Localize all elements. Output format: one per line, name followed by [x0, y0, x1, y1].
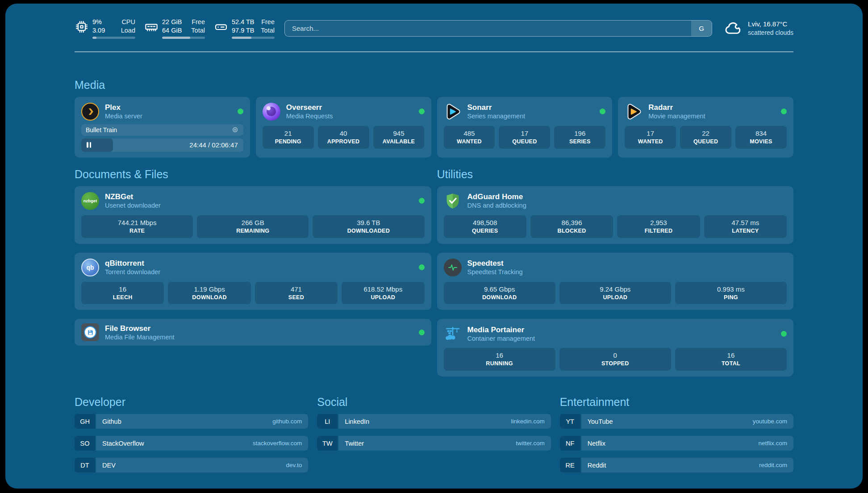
section-title-developer: Developer [75, 395, 308, 409]
overseerr-icon [263, 103, 280, 121]
stat-tile: 834MOVIES [735, 126, 787, 149]
bookmark-domain: dev.to [286, 462, 302, 468]
filebrowser-icon [81, 323, 99, 341]
app-subtitle: Media File Management [105, 333, 175, 341]
stat-value: 618.52 Mbps [343, 284, 422, 294]
now-playing-title: Bullet Train [86, 126, 117, 134]
app-title: Plex [105, 103, 142, 112]
bookmark-domain: linkedin.com [511, 418, 545, 425]
memory-total-row: 64 GiBTotal [162, 26, 205, 35]
card-portainer[interactable]: Media Portainer Container management 16R… [437, 319, 794, 376]
stat-tile: 16RUNNING [444, 348, 555, 371]
topbar: 9%CPU 3.09Load 22 GiBFree 64 GiBTotal [75, 18, 793, 39]
search-engine-button[interactable]: G [691, 21, 712, 36]
bookmark-domain: twitter.com [516, 440, 545, 447]
stat-value: 498,508 [446, 218, 525, 227]
bookmark-domain: github.com [272, 418, 302, 425]
stat-label: PENDING [264, 138, 312, 146]
app-title: Media Portainer [467, 325, 535, 334]
weather-condition: scattered clouds [748, 29, 793, 37]
cpu-progress-bar [92, 37, 135, 39]
bookmark-name: DEV [102, 462, 116, 469]
stat-value: 196 [556, 129, 604, 138]
app-subtitle: Movie management [648, 112, 705, 120]
stat-label: PING [677, 294, 785, 301]
stat-label: APPROVED [320, 138, 367, 146]
app-subtitle: DNS and adblocking [467, 201, 526, 209]
card-sonarr[interactable]: Sonarr Series management 485WANTED 17QUE… [437, 97, 613, 158]
bookmark-domain: youtube.com [753, 418, 787, 425]
stat-label: WANTED [626, 138, 674, 146]
stat-label: DOWNLOAD [446, 294, 554, 301]
stat-value: 0.993 ms [677, 284, 785, 294]
status-dot [781, 331, 787, 337]
stat-label: UPLOAD [561, 294, 669, 301]
search-input[interactable] [285, 21, 691, 36]
stat-value: 471 [257, 284, 336, 294]
bookmark-abbr: SO [75, 436, 95, 451]
playback-progress-fill [81, 138, 113, 152]
bookmark-abbr: LI [317, 414, 338, 429]
disk-free-row: 52.4 TBFree [232, 18, 275, 26]
bookmark-github[interactable]: GH Githubgithub.com [75, 414, 308, 429]
app-subtitle: Speedtest Tracking [467, 268, 523, 276]
app-title: Overseerr [286, 103, 333, 112]
stat-value: 21 [264, 129, 312, 138]
stat-value: 945 [375, 129, 423, 138]
status-dot [419, 198, 425, 204]
bookmark-abbr: YT [560, 414, 580, 429]
stat-tile: 485WANTED [444, 126, 495, 149]
card-nzbget[interactable]: nzbget NZBGet Usenet downloader 744.21 M… [75, 186, 431, 244]
stat-tile: 47.57 msLATENCY [704, 215, 787, 238]
stat-value: 744.21 Mbps [83, 218, 191, 227]
stat-label: DOWNLOAD [170, 294, 249, 301]
stat-label: LATENCY [706, 227, 785, 235]
stat-tile: 2,953FILTERED [617, 215, 700, 238]
stat-tile: 498,508QUERIES [444, 215, 526, 238]
bookmark-name: Github [102, 418, 121, 425]
stat-tile: 744.21 MbpsRATE [81, 215, 193, 238]
stat-tile: 0STOPPED [559, 348, 671, 371]
stat-label: REMAINING [199, 227, 307, 235]
memory-free-value: 22 GiB [162, 18, 182, 26]
bookmark-domain: stackoverflow.com [253, 440, 302, 447]
card-speedtest[interactable]: Speedtest Speedtest Tracking 9.65 GbpsDO… [437, 253, 794, 310]
card-plex[interactable]: Plex Media server Bullet Train 24:44 / 0… [75, 97, 250, 158]
sonarr-icon [444, 103, 462, 121]
bookmark-reddit[interactable]: RE Redditreddit.com [560, 458, 793, 472]
app-title: Sonarr [467, 103, 526, 112]
stat-label: UPLOAD [343, 294, 422, 301]
stat-value: 17 [501, 129, 548, 138]
card-adguard[interactable]: AdGuard Home DNS and adblocking 498,508Q… [437, 186, 794, 244]
memory-free-row: 22 GiBFree [162, 18, 205, 26]
bookmark-dev[interactable]: DT DEVdev.to [75, 458, 308, 472]
card-radarr[interactable]: Radarr Movie management 17WANTED 22QUEUE… [618, 97, 793, 158]
radarr-icon [625, 103, 643, 121]
status-dot [781, 109, 787, 114]
bookmark-netflix[interactable]: NF Netflixnetflix.com [560, 436, 793, 451]
app-subtitle: Usenet downloader [105, 201, 161, 209]
card-overseerr[interactable]: Overseerr Media Requests 21PENDING 40APP… [256, 97, 431, 158]
card-qbittorrent[interactable]: qb qBittorrent Torrent downloader 16LEEC… [75, 253, 431, 310]
card-filebrowser[interactable]: File Browser Media File Management [75, 319, 431, 346]
stat-value: 17 [626, 129, 674, 138]
stat-value: 39.6 TB [314, 218, 422, 227]
stat-label: FILTERED [619, 227, 698, 235]
disk-widget: 52.4 TBFree 97.9 TBTotal [214, 18, 275, 39]
gear-icon [231, 126, 239, 134]
stat-label: STOPPED [561, 360, 669, 368]
memory-widget: 22 GiBFree 64 GiBTotal [144, 18, 205, 39]
disk-total-label: Total [261, 26, 275, 35]
cpu-usage-value: 9% [92, 18, 102, 26]
section-title-utilities: Utilities [437, 167, 794, 181]
stat-tile: 0.993 msPING [675, 282, 787, 305]
stat-label: RATE [83, 227, 191, 235]
now-playing-row: Bullet Train [81, 124, 243, 136]
bookmark-youtube[interactable]: YT YouTubeyoutube.com [560, 414, 793, 429]
stat-label: AVAILABLE [375, 138, 423, 146]
stat-value: 2,953 [619, 218, 698, 227]
bookmark-linkedin[interactable]: LI LinkedInlinkedin.com [317, 414, 551, 429]
bookmark-twitter[interactable]: TW Twittertwitter.com [317, 436, 551, 451]
bookmark-stackoverflow[interactable]: SO StackOverflowstackoverflow.com [75, 436, 308, 451]
cpu-load-value: 3.09 [92, 26, 105, 35]
